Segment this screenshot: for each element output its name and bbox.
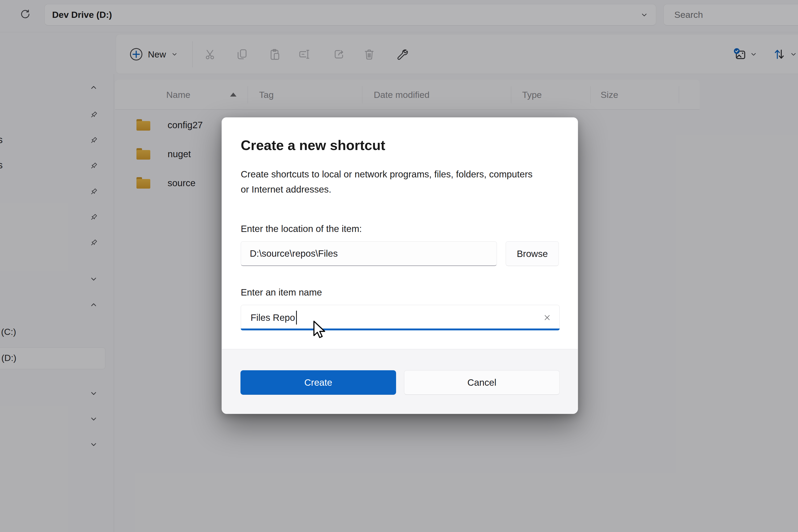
location-label: Enter the location of the item: xyxy=(241,224,362,234)
browse-button[interactable]: Browse xyxy=(506,241,559,266)
dialog-footer: Create Cancel xyxy=(222,349,578,414)
item-name-input[interactable]: Files Repo xyxy=(241,305,560,330)
create-button[interactable]: Create xyxy=(241,370,396,395)
create-shortcut-dialog: Create a new shortcut Create shortcuts t… xyxy=(222,117,578,414)
cancel-button[interactable]: Cancel xyxy=(404,370,560,395)
location-field[interactable] xyxy=(241,241,497,266)
text-caret xyxy=(296,311,297,324)
item-name-label: Enter an item name xyxy=(241,287,322,298)
close-icon xyxy=(543,314,551,322)
clear-input-button[interactable] xyxy=(540,311,554,324)
location-input[interactable] xyxy=(241,242,497,265)
focus-underline xyxy=(241,328,560,330)
dialog-title: Create a new shortcut xyxy=(241,137,385,153)
cancel-button-label: Cancel xyxy=(467,377,496,388)
item-name-value: Files Repo xyxy=(251,312,295,323)
browse-button-label: Browse xyxy=(517,248,548,259)
create-button-label: Create xyxy=(304,377,332,388)
mouse-pointer-icon xyxy=(313,320,326,339)
dialog-description: Create shortcuts to local or network pro… xyxy=(241,167,541,197)
